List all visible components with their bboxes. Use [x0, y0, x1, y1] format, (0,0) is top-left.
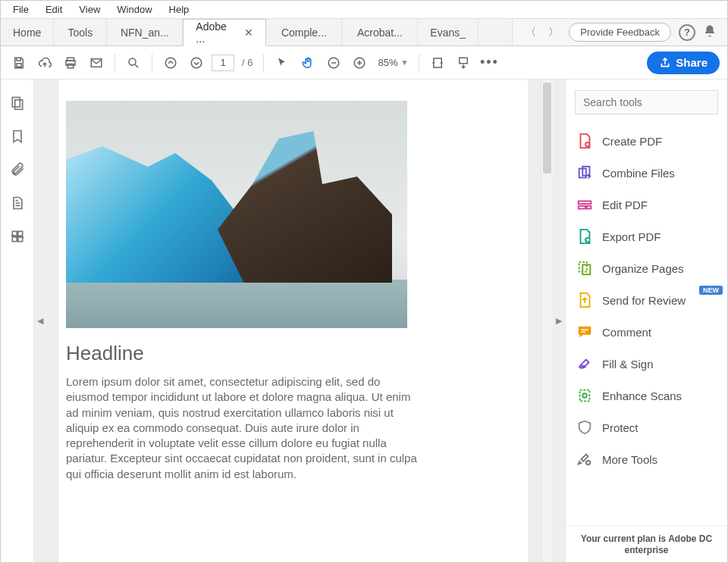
- zoom-in-icon[interactable]: [349, 52, 370, 74]
- fit-width-icon[interactable]: [427, 52, 448, 74]
- attachment-icon[interactable]: [9, 161, 26, 178]
- export-icon: [576, 228, 593, 245]
- svg-rect-13: [14, 100, 22, 110]
- svg-rect-15: [17, 231, 22, 236]
- search-tools-input[interactable]: [575, 90, 718, 114]
- share-icon: [659, 57, 671, 69]
- sign-icon: [576, 355, 593, 372]
- search-icon[interactable]: [123, 52, 144, 74]
- print-icon[interactable]: [60, 52, 81, 74]
- page: Headline Lorem ipsum dolor sit amet, con…: [58, 80, 529, 562]
- svg-rect-12: [12, 98, 20, 108]
- tabstrip-right: 〈 〉 Provide Feedback ?: [512, 19, 727, 45]
- right-panel: Create PDFCombine FilesEdit PDFExport PD…: [565, 80, 727, 562]
- tab-home[interactable]: Home: [1, 19, 54, 45]
- tool-label: Edit PDF: [602, 199, 648, 211]
- tab-label: Home: [13, 27, 41, 39]
- menu-file[interactable]: File: [5, 2, 36, 17]
- tab-document[interactable]: Evans_: [418, 19, 479, 45]
- share-button[interactable]: Share: [647, 52, 720, 74]
- tool-label: Protect: [602, 421, 639, 434]
- content-row: ◀ Headline Lorem ipsum dolor sit amet, c…: [1, 80, 727, 562]
- hand-tool-icon[interactable]: [297, 52, 318, 74]
- layers-icon[interactable]: [9, 228, 26, 245]
- tool-label: Organize Pages: [602, 262, 684, 275]
- page-number-input[interactable]: [212, 55, 234, 71]
- tab-label: Evans_: [430, 27, 466, 39]
- cloud-upload-icon[interactable]: [34, 52, 55, 74]
- bookmark-icon[interactable]: [9, 128, 26, 145]
- tool-item-organize[interactable]: Organize Pages: [569, 252, 727, 284]
- fit-page-icon[interactable]: [453, 52, 474, 74]
- nav-next-icon[interactable]: 〉: [546, 25, 561, 40]
- chevron-down-icon: ▼: [401, 58, 409, 67]
- page-up-icon[interactable]: [160, 52, 181, 74]
- svg-rect-23: [587, 206, 592, 209]
- tool-item-sign[interactable]: Fill & Sign: [569, 348, 727, 380]
- menu-help[interactable]: Help: [162, 2, 197, 17]
- close-icon[interactable]: ✕: [244, 27, 253, 39]
- tool-item-scan[interactable]: Enhance Scans: [569, 380, 727, 411]
- send-icon: [576, 292, 593, 308]
- select-tool-icon[interactable]: [271, 52, 293, 74]
- svg-rect-11: [460, 58, 468, 64]
- tool-item-protect[interactable]: Protect: [569, 411, 727, 443]
- thumbnails-icon[interactable]: [9, 95, 26, 111]
- tool-label: Create PDF: [602, 135, 662, 148]
- tab-document[interactable]: Acrobat...: [342, 19, 418, 45]
- document-scroll[interactable]: Headline Lorem ipsum dolor sit amet, con…: [46, 80, 541, 562]
- document-area: ◀ Headline Lorem ipsum dolor sit amet, c…: [34, 80, 565, 562]
- svg-rect-10: [434, 58, 442, 67]
- share-label: Share: [676, 56, 708, 69]
- tab-document[interactable]: NFN_an...: [107, 19, 183, 45]
- combine-icon: [576, 164, 593, 181]
- tool-item-send[interactable]: Send for ReviewNEW: [569, 284, 727, 316]
- svg-rect-27: [580, 390, 590, 402]
- toolbar: / 6 85% ▼ ••• Share: [1, 46, 727, 80]
- zoom-select[interactable]: 85% ▼: [375, 55, 411, 70]
- separator: [263, 54, 264, 72]
- tool-item-create[interactable]: Create PDF: [569, 125, 727, 157]
- scan-icon: [576, 387, 593, 404]
- menu-edit[interactable]: Edit: [38, 2, 70, 17]
- page-down-icon[interactable]: [186, 52, 207, 74]
- vertical-scrollbar[interactable]: [541, 80, 553, 562]
- tool-item-combine[interactable]: Combine Files: [569, 157, 727, 189]
- more-icon[interactable]: •••: [479, 52, 500, 74]
- svg-rect-22: [579, 206, 585, 209]
- tool-list: Create PDFCombine FilesEdit PDFExport PD…: [566, 122, 727, 525]
- tool-label: Export PDF: [602, 230, 661, 243]
- tab-tools[interactable]: Tools: [54, 19, 107, 45]
- new-badge: NEW: [699, 286, 723, 295]
- email-icon[interactable]: [86, 52, 107, 74]
- edit-icon: [576, 196, 593, 213]
- provide-feedback-button[interactable]: Provide Feedback: [569, 23, 671, 42]
- tab-label: NFN_an...: [121, 27, 169, 39]
- tab-document-active[interactable]: Adobe ... ✕: [183, 19, 266, 46]
- separator: [419, 54, 419, 72]
- tool-item-export[interactable]: Export PDF: [569, 221, 727, 252]
- scrollbar-thumb[interactable]: [543, 83, 551, 174]
- svg-point-6: [165, 58, 176, 68]
- expand-right-handle[interactable]: ▶: [553, 80, 565, 562]
- nav-prev-icon[interactable]: 〈: [523, 25, 538, 40]
- page-icon[interactable]: [9, 195, 26, 211]
- left-rail: [1, 80, 34, 562]
- expand-left-handle[interactable]: ◀: [34, 80, 46, 562]
- save-icon[interactable]: [8, 52, 30, 74]
- tool-item-edit[interactable]: Edit PDF: [569, 189, 727, 221]
- organize-icon: [576, 260, 593, 277]
- headline: Headline: [66, 342, 498, 365]
- menu-view[interactable]: View: [71, 2, 108, 17]
- tool-label: More Tools: [602, 453, 657, 466]
- tool-label: Enhance Scans: [602, 389, 682, 402]
- zoom-out-icon[interactable]: [323, 52, 344, 74]
- tool-item-more[interactable]: More Tools: [569, 443, 727, 475]
- svg-rect-16: [12, 237, 17, 242]
- tab-document[interactable]: Comple...: [266, 19, 342, 45]
- tool-item-comment[interactable]: Comment: [569, 316, 727, 348]
- zoom-value: 85%: [378, 57, 397, 68]
- bell-icon[interactable]: [703, 24, 717, 40]
- help-icon[interactable]: ?: [679, 24, 695, 41]
- menu-window[interactable]: Window: [109, 2, 159, 17]
